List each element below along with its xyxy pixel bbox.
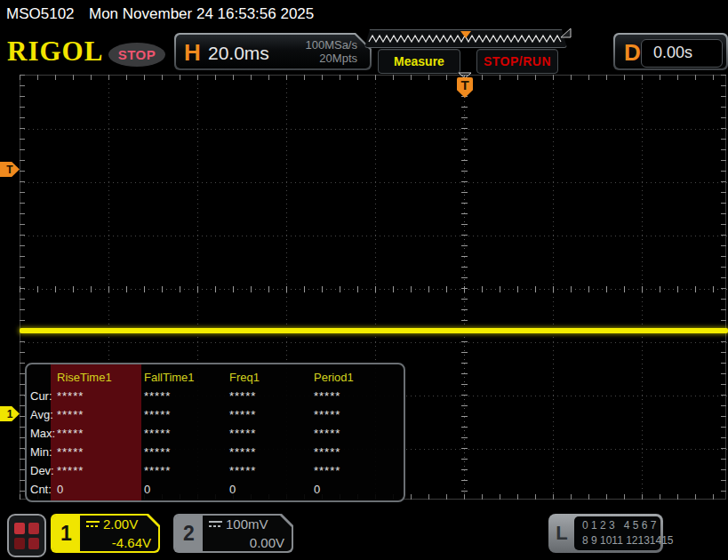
channel2-offset: 0.00V	[250, 535, 284, 550]
channel1-status-box[interactable]: 1 2.00V -4.64V	[51, 514, 160, 553]
waveform-overview-bar[interactable]	[364, 29, 567, 48]
grid-line	[20, 182, 728, 183]
channel1-scale-line: 2.00V	[86, 516, 138, 532]
measurement-row-label: Dev:	[30, 461, 57, 480]
measurement-value: *****	[229, 387, 314, 405]
measurement-panel: RiseTime1 FallTime1 Freq1 Period1 Cur: *…	[25, 363, 405, 502]
measurement-value: *****	[57, 443, 144, 461]
stop-run-button[interactable]: STOP/RUN	[476, 49, 558, 74]
trigger-line-ticks	[461, 75, 468, 500]
horizontal-timebase-inner: H 20.0ms 100MSa/s 20Mpts	[176, 35, 370, 68]
channel2-status-box[interactable]: 2 100mV 0.00V	[173, 514, 293, 553]
measure-button[interactable]: Measure	[378, 49, 460, 74]
dc-coupling-icon	[209, 520, 222, 528]
dc-coupling-icon	[86, 520, 100, 528]
measurement-value: *****	[144, 387, 229, 405]
measurement-value: *****	[57, 387, 144, 405]
measurement-value: *****	[144, 461, 229, 480]
measurement-value: 0	[144, 480, 229, 499]
measurement-row-label: Max:	[30, 424, 57, 443]
channel1-offset: -4.64V	[112, 535, 151, 550]
logic-channels-row1: 0 1 2 3 4 5 6 7	[582, 518, 660, 533]
measurement-value: *****	[144, 405, 229, 424]
logic-channels: 0 1 2 3 4 5 6 7 8 9 1011 12131415	[574, 516, 660, 550]
channel1-waveform-trace	[20, 328, 728, 333]
measurement-value: *****	[229, 443, 314, 461]
channel2-number-tab[interactable]: 2	[175, 516, 203, 551]
channel1-scale: 2.00V	[103, 516, 138, 532]
trigger-position-marker[interactable]: T	[457, 77, 473, 98]
measurement-value: *****	[229, 405, 314, 424]
overview-trigger-position-icon[interactable]	[460, 31, 471, 38]
measurement-row-label: Min:	[30, 443, 57, 461]
sample-rate-memory-depth: 100MSa/s 20Mpts	[305, 38, 357, 65]
top-edge-ticks	[20, 75, 728, 80]
measurement-column-header: FallTime1	[144, 368, 229, 387]
menu-grid-square-icon	[28, 538, 39, 549]
logic-label: L	[548, 514, 575, 553]
measurement-column-header: Period1	[314, 368, 399, 387]
measurement-value: *****	[314, 424, 399, 443]
grid-line	[20, 236, 728, 236]
menu-grid-square-icon	[14, 538, 25, 549]
corner-notch-icon	[560, 28, 572, 38]
oscilloscope-screen: MSO5102 Mon November 24 16:53:56 2025 RI…	[0, 0, 728, 560]
delay-label: D	[624, 39, 641, 67]
acquisition-status-badge: STOP	[108, 43, 165, 67]
measurement-value: *****	[57, 461, 144, 480]
measurement-value: 0	[229, 480, 314, 499]
measurement-value: *****	[314, 405, 399, 424]
memory-depth: 20Mpts	[319, 52, 357, 65]
measurement-row-label: Avg:	[30, 405, 57, 424]
measurement-value: *****	[144, 424, 229, 443]
delay-box[interactable]: D 0.00s	[613, 33, 728, 70]
delay-value: 0.00s	[653, 44, 692, 62]
model-name: MSO5102	[6, 5, 75, 23]
measurement-value: *****	[314, 443, 399, 461]
menu-grid-square-icon	[14, 523, 25, 534]
delay-value-field: 0.00s	[641, 39, 723, 68]
horizontal-label: H	[184, 39, 201, 67]
title-bar: MSO5102 Mon November 24 16:53:56 2025	[0, 0, 728, 27]
trigger-level-marker[interactable]: T	[0, 162, 20, 177]
measurement-grid: RiseTime1 FallTime1 Freq1 Period1 Cur: *…	[30, 368, 399, 499]
measurement-value: *****	[229, 424, 314, 443]
rigol-logo: RIGOL	[7, 36, 103, 67]
measurement-value: *****	[57, 424, 144, 443]
delay-box-inner: D 0.00s	[615, 35, 726, 68]
measurement-row-label: Cur:	[30, 387, 57, 405]
channel1-number-tab[interactable]: 1	[52, 516, 80, 551]
measurement-value: *****	[229, 461, 314, 480]
measurement-row-label: Cnt:	[30, 480, 57, 499]
timebase-value: 20.0ms	[208, 43, 269, 64]
measurement-value: *****	[57, 405, 144, 424]
channel2-scale-line: 100mV	[209, 516, 268, 532]
channel1-ground-marker[interactable]: 1	[0, 406, 20, 421]
channel2-scale: 100mV	[226, 516, 268, 532]
horizontal-timebase-box[interactable]: H 20.0ms 100MSa/s 20Mpts	[174, 33, 372, 70]
measurement-column-header: RiseTime1	[57, 368, 144, 387]
menu-grid-button[interactable]	[7, 514, 46, 557]
measurement-value: *****	[314, 387, 399, 405]
sample-rate: 100MSa/s	[305, 38, 357, 52]
datetime-text: Mon November 24 16:53:56 2025	[89, 5, 314, 23]
grid-line	[20, 129, 728, 130]
grid-line	[20, 342, 728, 343]
measurement-value: *****	[314, 461, 399, 480]
logic-channels-row2: 8 9 1011 12131415	[582, 533, 660, 548]
measurement-value: 0	[57, 480, 144, 499]
measurement-column-header: Freq1	[229, 368, 314, 387]
center-axis-ticks	[20, 286, 728, 292]
measurement-value: *****	[144, 443, 229, 461]
logic-analyzer-status-box[interactable]: L 0 1 2 3 4 5 6 7 8 9 1011 12131415	[548, 514, 663, 553]
measurement-value: 0	[314, 480, 399, 499]
menu-grid-square-icon	[28, 523, 39, 534]
measurement-corner-cell	[30, 368, 57, 387]
